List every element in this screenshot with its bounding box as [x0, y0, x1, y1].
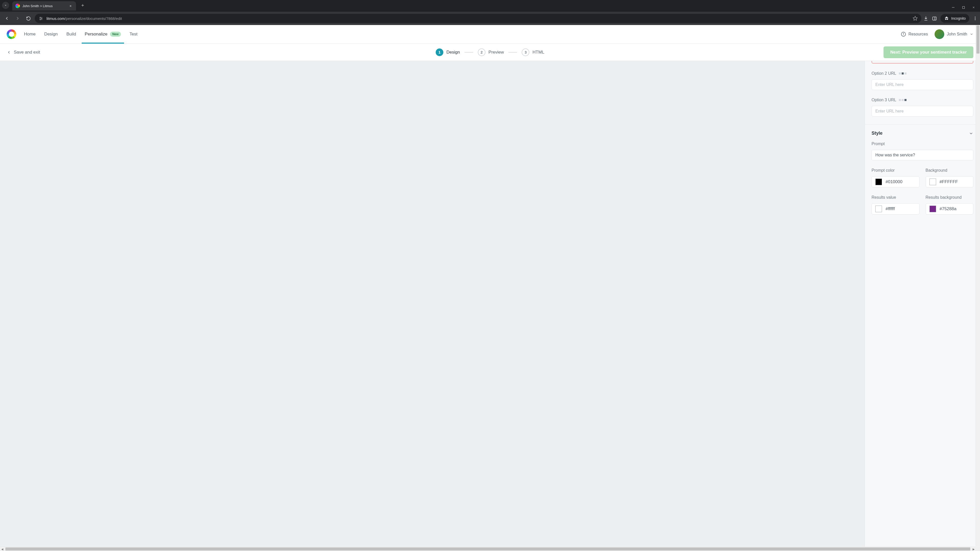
next-button[interactable]: Next: Preview your sentiment tracker	[883, 46, 974, 58]
step-separator	[509, 52, 517, 52]
results-bg-label: Results background	[926, 195, 974, 200]
color-swatch[interactable]	[875, 179, 882, 185]
style-heading[interactable]: Style	[872, 130, 974, 136]
user-menu[interactable]: John Smith	[935, 29, 974, 39]
nav-home[interactable]: Home	[24, 25, 35, 43]
step-bar: Save and exit 1 Design 2 Preview 3 HTML	[0, 44, 980, 61]
scroll-corner	[976, 547, 980, 551]
url-text: litmus.com/personalize/documents/7868/ed…	[46, 16, 122, 21]
properties-panel: Option 2 URL Option 3 URL	[865, 61, 980, 551]
save-and-exit-button[interactable]: Save and exit	[6, 50, 40, 55]
results-value-label: Results value	[872, 195, 920, 200]
results-bg-color-input[interactable]: #75288a	[926, 203, 974, 214]
sentiment-indicator-icon	[899, 73, 907, 75]
svg-point-4	[40, 17, 41, 17]
scroll-right-icon[interactable]: ▸	[971, 547, 976, 551]
option1-input-partial[interactable]	[872, 61, 974, 64]
window-maximize-icon[interactable]	[962, 6, 965, 9]
prompt-input[interactable]	[872, 150, 974, 160]
sentiment-indicator-icon	[899, 99, 907, 101]
prompt-label: Prompt	[872, 141, 974, 146]
avatar	[935, 29, 944, 39]
svg-point-12	[975, 19, 976, 20]
downloads-icon[interactable]	[923, 16, 928, 21]
svg-marker-7	[913, 16, 918, 21]
svg-rect-8	[933, 17, 936, 20]
browser-tab[interactable]: John Smith > Litmus	[12, 1, 76, 11]
tab-search-button[interactable]	[2, 2, 9, 9]
svg-point-5	[41, 18, 42, 19]
litmus-logo[interactable]	[6, 29, 16, 39]
nav-personalize[interactable]: Personalize New	[85, 25, 121, 43]
chevron-down-icon	[969, 131, 974, 136]
results-value-color-input[interactable]: #ffffff	[872, 203, 920, 214]
incognito-indicator[interactable]: Incognito	[940, 14, 969, 23]
option3-url-label: Option 3 URL	[872, 98, 974, 102]
nav-design[interactable]: Design	[44, 25, 58, 43]
color-swatch[interactable]	[929, 179, 936, 185]
design-canvas[interactable]	[0, 61, 865, 551]
svg-point-11	[975, 18, 976, 19]
option2-url-input[interactable]	[872, 79, 974, 90]
new-badge: New	[110, 32, 121, 37]
browser-menu-icon[interactable]	[973, 16, 977, 21]
background-color-input[interactable]: #FFFFFF	[926, 176, 974, 187]
step-html[interactable]: 3 HTML	[522, 48, 544, 56]
window-close-icon[interactable]	[972, 6, 975, 9]
svg-point-15	[904, 33, 904, 34]
window-minimize-icon[interactable]	[951, 6, 955, 9]
color-swatch[interactable]	[875, 206, 882, 212]
new-tab-button[interactable]	[79, 2, 86, 9]
tab-favicon	[15, 3, 20, 8]
nav-build[interactable]: Build	[66, 25, 76, 43]
nav-reload-button[interactable]	[24, 14, 33, 23]
tab-close-icon[interactable]	[68, 4, 73, 8]
option3-url-input[interactable]	[872, 106, 974, 117]
scroll-left-icon[interactable]: ◂	[0, 547, 4, 551]
svg-point-6	[40, 19, 41, 20]
style-section: Style Prompt Prompt color	[865, 124, 980, 217]
step-separator	[465, 52, 473, 52]
chevron-down-icon	[970, 32, 974, 36]
site-settings-icon[interactable]	[38, 16, 43, 21]
bookmark-icon[interactable]	[913, 16, 918, 21]
option2-url-label: Option 2 URL	[872, 71, 974, 76]
step-design[interactable]: 1 Design	[436, 48, 460, 56]
background-label: Background	[926, 168, 974, 173]
browser-toolbar: litmus.com/personalize/documents/7868/ed…	[0, 12, 980, 25]
browser-titlebar: John Smith > Litmus	[0, 0, 980, 12]
vertical-scrollbar[interactable]	[976, 25, 980, 546]
svg-rect-0	[963, 6, 964, 8]
address-bar[interactable]: litmus.com/personalize/documents/7868/ed…	[35, 14, 921, 23]
color-swatch[interactable]	[929, 206, 936, 212]
nav-test[interactable]: Test	[130, 25, 138, 43]
horizontal-scrollbar[interactable]: ◂ ▸	[0, 547, 976, 551]
resources-link[interactable]: Resources	[901, 32, 928, 37]
tab-title: John Smith > Litmus	[22, 4, 66, 8]
nav-back-button[interactable]	[3, 14, 11, 23]
prompt-color-label: Prompt color	[872, 168, 920, 173]
app-topnav: Home Design Build Personalize New Test R…	[0, 25, 980, 44]
sidepanel-icon[interactable]	[932, 16, 937, 21]
nav-forward-button[interactable]	[13, 14, 22, 23]
prompt-color-input[interactable]: #010000	[872, 176, 920, 187]
step-preview[interactable]: 2 Preview	[478, 48, 504, 56]
svg-point-10	[975, 17, 976, 17]
